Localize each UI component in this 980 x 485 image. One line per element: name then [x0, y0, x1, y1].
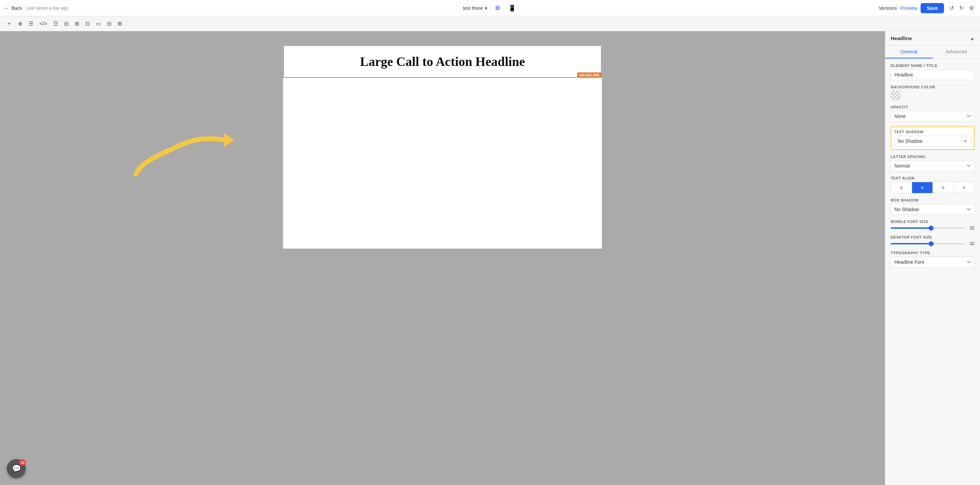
- undo-redo-group: ↺ ↻ ⚙: [947, 3, 976, 13]
- undo-button[interactable]: ↺: [947, 3, 956, 13]
- layout-button[interactable]: ⊡: [83, 19, 92, 29]
- media-button[interactable]: ⊟: [62, 19, 71, 29]
- panel-collapse-button[interactable]: ▲: [970, 36, 975, 41]
- headline-text: Large Call to Action Headline: [291, 54, 594, 69]
- letter-spacing-label: Letter Spacing: [891, 155, 975, 159]
- preview-button[interactable]: Preview: [900, 5, 918, 11]
- desktop-font-size-fill: [891, 243, 931, 244]
- assets-button[interactable]: ⊟: [105, 19, 114, 29]
- tab-general[interactable]: General: [885, 46, 933, 59]
- versions-button[interactable]: Versions: [879, 5, 897, 11]
- text-align-buttons: ≡ ≡ ≡ ≡: [891, 182, 975, 193]
- pages-button[interactable]: ☰: [26, 19, 36, 29]
- typography-type-select[interactable]: Headline Font: [891, 257, 975, 268]
- desktop-font-size-thumb[interactable]: [929, 241, 934, 246]
- layers-button[interactable]: ⊕: [16, 19, 25, 29]
- save-button[interactable]: Save: [921, 3, 944, 13]
- canvas-area[interactable]: Large Call to Action Headline HEADLINE: [0, 31, 885, 485]
- settings-button[interactable]: ⚙: [967, 3, 976, 13]
- bg-color-row: [891, 91, 975, 100]
- panel-title: Headline: [891, 35, 912, 41]
- back-button[interactable]: ← Back: [4, 5, 22, 11]
- chat-icon: 💬: [12, 464, 21, 473]
- text-align-field: TEXT ALIGN ≡ ≡ ≡ ≡: [891, 176, 975, 193]
- panel-body: Element Name / Title BACKGROUND COLOR Op…: [885, 59, 980, 272]
- redo-button[interactable]: ↻: [957, 3, 966, 13]
- forms-button[interactable]: ☲: [51, 19, 60, 29]
- main-layout: Large Call to Action Headline HEADLINE H…: [0, 31, 980, 485]
- text-align-label: TEXT ALIGN: [891, 176, 975, 180]
- box-shadow-select[interactable]: No Shadow: [891, 204, 975, 215]
- mobile-font-size-slider-row: 32: [891, 225, 975, 230]
- sections-button[interactable]: ▭: [93, 19, 103, 29]
- box-shadow-field: Box Shadow No Shadow: [891, 198, 975, 215]
- grid-button[interactable]: ⊞: [72, 19, 81, 29]
- panel-header: Headline ▲: [885, 31, 980, 46]
- desktop-font-size-slider-row: 32: [891, 241, 975, 246]
- arrow-annotation: [109, 93, 251, 189]
- bg-color-field: BACKGROUND COLOR: [891, 85, 975, 100]
- text-shadow-section: Text Shadow No Shadow: [891, 126, 975, 150]
- headline-tag: HEADLINE: [577, 72, 602, 78]
- chat-widget[interactable]: 💬 10: [7, 459, 26, 478]
- toolbar: ＋ ⊕ ☰ </> ☲ ⊟ ⊞ ⊡ ▭ ⊟ ⊞: [0, 16, 980, 31]
- element-name-label: Element Name / Title: [891, 64, 975, 68]
- mobile-font-size-thumb[interactable]: [929, 226, 934, 230]
- code-button[interactable]: </>: [37, 19, 49, 29]
- mobile-font-size-track[interactable]: [891, 227, 964, 229]
- bg-color-label: BACKGROUND COLOR: [891, 85, 975, 89]
- mobile-font-size-value: 32: [968, 225, 975, 230]
- bg-color-swatch[interactable]: [891, 91, 900, 100]
- element-name-field: Element Name / Title: [891, 64, 975, 80]
- panel-tabs: General Advanced: [885, 46, 980, 59]
- chevron-down-icon: ▾: [485, 5, 487, 11]
- headline-block[interactable]: Large Call to Action Headline HEADLINE: [283, 45, 602, 78]
- typography-type-label: Typography Type: [891, 251, 975, 255]
- align-left-button[interactable]: ≡: [891, 182, 912, 193]
- desktop-font-size-track[interactable]: [891, 243, 964, 244]
- text-shadow-select[interactable]: No Shadow: [894, 136, 971, 147]
- topbar-right: Versions Preview Save ↺ ↻ ⚙: [879, 3, 976, 13]
- opacity-label: Opacity: [891, 105, 975, 109]
- tab-advanced[interactable]: Advanced: [933, 46, 980, 59]
- topbar-left: ← Back Last saved a day ago: [4, 5, 68, 11]
- topbar: ← Back Last saved a day ago test three ▾…: [0, 0, 980, 16]
- mobile-font-size-label: Mobile Font Size: [891, 220, 975, 223]
- add-element-button[interactable]: ＋: [4, 18, 14, 29]
- topbar-center: test three ▾ 🖥 📱: [463, 3, 517, 13]
- letter-spacing-select[interactable]: Normal: [891, 160, 975, 171]
- chat-badge: 10: [19, 459, 26, 466]
- typography-type-field: Typography Type Headline Font: [891, 251, 975, 268]
- element-name-input[interactable]: [891, 69, 975, 80]
- svg-marker-0: [224, 133, 234, 147]
- align-center-button[interactable]: ≡: [912, 182, 933, 193]
- desktop-font-size-value: 32: [968, 241, 975, 246]
- opacity-select[interactable]: None: [891, 111, 975, 122]
- mobile-view-button[interactable]: 📱: [507, 3, 517, 13]
- desktop-font-size-label: Desktop Font Size: [891, 235, 975, 239]
- mobile-font-size-fill: [891, 227, 931, 229]
- back-arrow-icon: ←: [4, 5, 10, 11]
- extras-button[interactable]: ⊞: [115, 19, 124, 29]
- saved-status: Last saved a day ago: [26, 5, 68, 11]
- mobile-font-size-field: Mobile Font Size 32: [891, 220, 975, 230]
- text-shadow-label: Text Shadow: [894, 130, 971, 134]
- box-shadow-label: Box Shadow: [891, 198, 975, 202]
- align-right-button[interactable]: ≡: [933, 182, 954, 193]
- page-name-button[interactable]: test three ▾: [463, 5, 487, 11]
- align-justify-button[interactable]: ≡: [954, 182, 975, 193]
- right-panel: Headline ▲ General Advanced Element Name…: [885, 31, 980, 485]
- letter-spacing-field: Letter Spacing Normal: [891, 155, 975, 171]
- back-label: Back: [11, 5, 22, 11]
- page-name-label: test three: [463, 5, 482, 11]
- desktop-font-size-field: Desktop Font Size 32: [891, 235, 975, 246]
- desktop-view-button[interactable]: 🖥: [493, 3, 501, 13]
- canvas-frame: Large Call to Action Headline HEADLINE: [283, 45, 602, 249]
- opacity-field: Opacity None: [891, 105, 975, 122]
